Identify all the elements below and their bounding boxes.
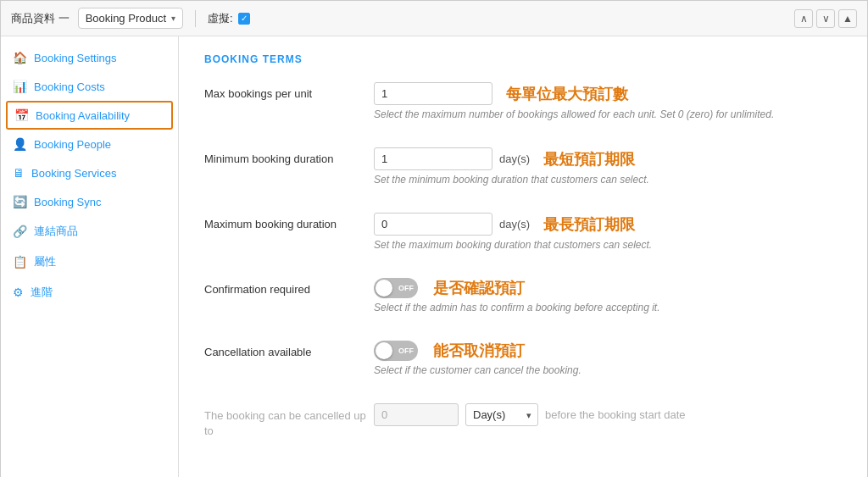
label-cancellation: Cancellation available [204, 341, 374, 358]
help-max-duration: Set the maximum booking duration that cu… [374, 239, 842, 251]
sidebar-item-booking-settings[interactable]: 🏠 Booking Settings [1, 43, 178, 72]
sidebar-item-booking-sync[interactable]: 🔄 Booking Sync [1, 187, 178, 216]
annotation-max-bookings: 每單位最大預訂數 [506, 84, 628, 104]
link-icon: 🔗 [13, 225, 27, 238]
sidebar-label-booking-sync: Booking Sync [34, 196, 102, 208]
annotation-cancellation: 能否取消預訂 [433, 341, 525, 361]
sidebar-label-booking-settings: Booking Settings [34, 52, 117, 64]
toggle-confirmation-knob [376, 280, 392, 297]
help-confirmation: Select if the admin has to confirm a boo… [374, 302, 842, 313]
chevron-down-icon: ▾ [171, 14, 175, 23]
person-icon: 👤 [13, 137, 27, 151]
sidebar-item-booking-costs[interactable]: 📊 Booking Costs [1, 72, 178, 101]
cancellation-unit-select[interactable]: Day(s) Week(s) Month(s) [465, 403, 538, 426]
header-label: 商品資料 一 [11, 11, 70, 26]
label-min-duration: Minimum booking duration [204, 147, 374, 165]
sidebar-label-advanced: 進階 [31, 285, 53, 300]
control-max-bookings: 每單位最大預訂數 Select the maximum number of bo… [374, 82, 842, 120]
sidebar: 🏠 Booking Settings 📊 Booking Costs 📅 Boo… [1, 36, 179, 477]
control-cancellation: OFF 能否取消預訂 Select if the customer can ca… [374, 341, 842, 376]
monitor-icon: 🖥 [13, 166, 25, 180]
sidebar-item-advanced[interactable]: ⚙ 進階 [1, 277, 178, 308]
field-confirmation: Confirmation required OFF 是否確認預訂 Select … [204, 278, 842, 327]
toggle-confirmation[interactable]: OFF [374, 278, 418, 298]
help-min-duration: Set the minimum booking duration that cu… [374, 174, 842, 186]
control-cancellation-detail: Day(s) Week(s) Month(s) before the booki… [374, 403, 842, 426]
label-max-bookings: Max bookings per unit [204, 82, 374, 100]
sidebar-item-booking-services[interactable]: 🖥 Booking Services [1, 158, 178, 187]
product-type-select[interactable]: Booking Product ▾ [78, 8, 183, 29]
sidebar-label-booking-people: Booking People [34, 138, 111, 151]
sidebar-label-attributes: 屬性 [34, 254, 56, 269]
content-area: BOOKING TERMS Max bookings per unit 每單位最… [179, 36, 867, 477]
sidebar-label-linked-products: 連結商品 [34, 224, 78, 239]
product-type-value: Booking Product [86, 12, 166, 25]
chart-icon: 📊 [13, 80, 27, 93]
field-cancellation-detail: The booking can be cancelled up to Day(s… [204, 403, 842, 452]
input-cancellation-days[interactable] [374, 403, 459, 426]
gear-icon: ⚙ [13, 286, 24, 299]
annotation-max-duration: 最長預訂期限 [543, 214, 635, 235]
list-icon: 📋 [13, 255, 27, 269]
control-max-duration: day(s) 最長預訂期限 Set the maximum booking du… [374, 213, 842, 251]
calendar-icon: 📅 [14, 108, 29, 122]
cancellation-desc: The booking can be cancelled up to [204, 403, 374, 439]
sidebar-item-booking-people[interactable]: 👤 Booking People [1, 130, 178, 158]
nav-up-button[interactable]: ∧ [794, 9, 813, 28]
main-layout: 🏠 Booking Settings 📊 Booking Costs 📅 Boo… [1, 36, 867, 477]
virtual-label: 虛擬: [208, 11, 233, 26]
sidebar-label-booking-services: Booking Services [31, 167, 116, 180]
header-bar: 商品資料 一 Booking Product ▾ 虛擬: ✓ ∧ ∨ ▲ [1, 1, 867, 36]
cancellation-before-label: before the booking start date [545, 408, 686, 421]
section-title: BOOKING TERMS [204, 53, 842, 65]
home-icon: 🏠 [13, 51, 27, 64]
sidebar-label-booking-availability: Booking Availability [36, 109, 130, 122]
unit-min-duration: day(s) [499, 153, 530, 165]
field-min-duration: Minimum booking duration day(s) 最短預訂期限 S… [204, 147, 842, 199]
annotation-min-duration: 最短預訂期限 [543, 149, 635, 169]
sidebar-item-booking-availability[interactable]: 📅 Booking Availability [6, 101, 173, 130]
input-min-duration[interactable] [374, 147, 492, 170]
control-min-duration: day(s) 最短預訂期限 Set the minimum booking du… [374, 147, 842, 186]
unit-max-duration: day(s) [499, 218, 530, 230]
input-max-duration[interactable] [374, 213, 492, 236]
toggle-cancellation-label: OFF [398, 347, 414, 355]
toggle-cancellation-knob [376, 342, 392, 359]
input-max-bookings[interactable] [374, 82, 492, 105]
sidebar-label-booking-costs: Booking Costs [34, 80, 105, 93]
header-divider [195, 10, 196, 27]
help-cancellation: Select if the customer can cancel the bo… [374, 364, 842, 376]
field-cancellation: Cancellation available OFF 能否取消預訂 Select… [204, 341, 842, 390]
toggle-confirmation-label: OFF [398, 284, 414, 292]
help-max-bookings: Select the maximum number of bookings al… [374, 108, 842, 120]
virtual-checkbox[interactable]: ✓ [238, 13, 250, 25]
control-confirmation: OFF 是否確認預訂 Select if the admin has to co… [374, 278, 842, 313]
label-confirmation: Confirmation required [204, 278, 374, 296]
unit-select-wrapper: Day(s) Week(s) Month(s) [465, 403, 538, 426]
header-nav-buttons: ∧ ∨ ▲ [794, 9, 857, 28]
nav-collapse-button[interactable]: ▲ [838, 9, 857, 28]
annotation-confirmation: 是否確認預訂 [433, 278, 525, 298]
sidebar-item-attributes[interactable]: 📋 屬性 [1, 247, 178, 277]
nav-down-button[interactable]: ∨ [816, 9, 835, 28]
field-max-bookings: Max bookings per unit 每單位最大預訂數 Select th… [204, 82, 842, 134]
label-max-duration: Maximum booking duration [204, 213, 374, 230]
virtual-checkbox-group: 虛擬: ✓ [208, 11, 250, 26]
field-max-duration: Maximum booking duration day(s) 最長預訂期限 S… [204, 213, 842, 264]
toggle-cancellation[interactable]: OFF [374, 341, 418, 361]
sync-icon: 🔄 [13, 195, 27, 208]
sidebar-item-linked-products[interactable]: 🔗 連結商品 [1, 216, 178, 247]
